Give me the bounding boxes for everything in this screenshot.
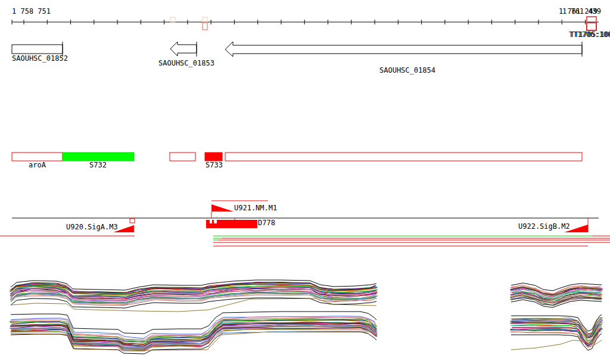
ruler-end-coordinate-overlap: 1 761 439 [562, 8, 601, 15]
genome-browser-view: 1 758 751 1 761 249 1 761 439 TT1705:100… [0, 0, 610, 364]
genome-ruler-track [12, 17, 599, 30]
feature-label-s732: S732 [89, 161, 107, 169]
srna-feature-track[interactable] [12, 153, 582, 161]
tracks-canvas[interactable] [0, 0, 610, 364]
gene-label-saouhsc-01852: SAOUHSC_01852 [12, 55, 68, 63]
feature-label-s733: S733 [206, 161, 223, 169]
tss-label-u922-sigb-m2: U922.SigB.M2 [518, 223, 570, 231]
terminator-label-overlap: TT1706:100 [569, 31, 610, 39]
gene-annotation-track[interactable] [12, 42, 582, 57]
feature-label-aroa: aroA [29, 161, 46, 169]
tss-label-u921-nm-m1: U921.NM.M1 [234, 204, 277, 212]
tss-label-u920-siga-m3: U920.SigA.M3 [66, 223, 118, 231]
expression-profile-track[interactable] [10, 280, 603, 354]
tss-label-d778: D778 [258, 219, 275, 227]
gene-label-saouhsc-01854: SAOUHSC_01854 [379, 67, 435, 74]
ruler-start-coordinate: 1 758 751 [12, 8, 51, 15]
gene-label-saouhsc-01853: SAOUHSC_01853 [158, 60, 214, 67]
